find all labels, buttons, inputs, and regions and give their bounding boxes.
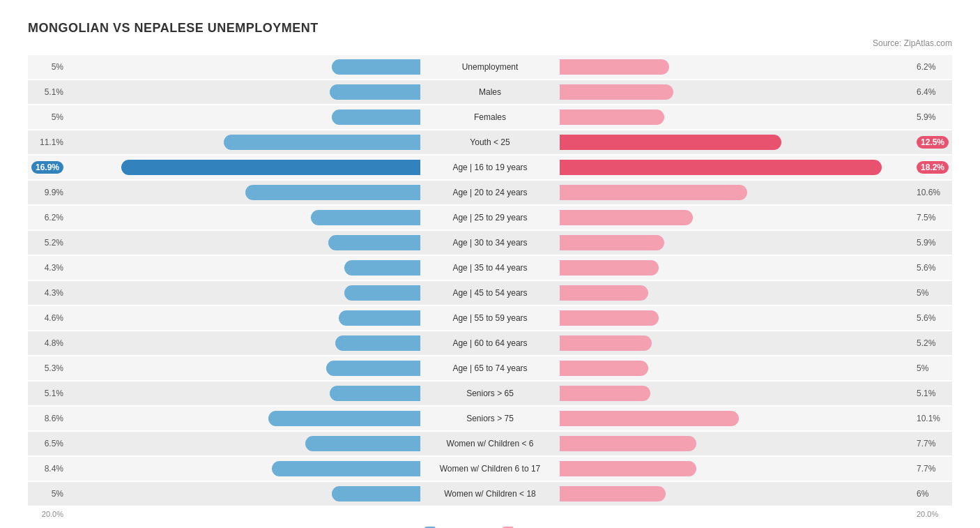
right-label: 6% [914, 489, 952, 499]
right-label: 5.9% [914, 238, 952, 248]
left-value: 6.5% [45, 439, 63, 448]
chart-row: 5.3% Age | 65 to 74 years 5% [28, 356, 952, 380]
right-value: 5.2% [917, 338, 935, 348]
left-bar [332, 110, 420, 125]
right-bar [560, 210, 693, 225]
left-label: 8.4% [28, 464, 66, 474]
right-value: 5.6% [917, 263, 935, 273]
right-label: 5.1% [914, 389, 952, 398]
right-bar-container [560, 185, 914, 200]
chart-row: 5.1% Seniors > 65 5.1% [28, 382, 952, 405]
left-label: 16.9% [28, 163, 66, 172]
left-value: 5% [52, 62, 63, 72]
right-label: 5% [914, 363, 952, 373]
chart-inner: 9.9% Age | 20 to 24 years 10.6% [28, 181, 952, 204]
right-bar [560, 59, 669, 75]
center-label: Age | 60 to 64 years [420, 338, 560, 348]
left-bar [344, 260, 420, 276]
right-bar [560, 110, 664, 125]
right-bar [560, 361, 648, 376]
left-label: 5.1% [28, 389, 66, 398]
chart-inner: 5.1% Seniors > 65 5.1% [28, 382, 952, 405]
chart-inner: 5% Women w/ Children < 18 6% [28, 482, 952, 506]
chart-inner: 5% Females 5.9% [28, 105, 952, 129]
center-label: Age | 35 to 44 years [420, 263, 560, 273]
center-label: Seniors > 75 [420, 414, 560, 423]
left-bar-container [66, 310, 420, 326]
right-label: 5.6% [914, 263, 952, 273]
left-bar [339, 310, 420, 326]
left-bar [332, 486, 420, 501]
left-label: 5.3% [28, 363, 66, 373]
right-bar [560, 235, 664, 250]
left-bar-container [66, 411, 420, 426]
chart-inner: 8.6% Seniors > 75 10.1% [28, 407, 952, 430]
chart-inner: 4.3% Age | 45 to 54 years 5% [28, 281, 952, 305]
left-bar-container [66, 335, 420, 351]
right-label: 7.7% [914, 439, 952, 448]
right-bar-container [560, 110, 914, 125]
center-label: Women w/ Children < 6 [420, 439, 560, 448]
left-value-highlight: 16.9% [31, 161, 63, 174]
left-label: 4.8% [28, 338, 66, 348]
center-label: Unemployment [420, 62, 560, 72]
right-label: 12.5% [914, 137, 952, 147]
right-bar [560, 461, 696, 476]
right-value: 5.6% [917, 313, 935, 323]
right-value-highlight: 12.5% [917, 136, 949, 149]
chart-row: 4.3% Age | 35 to 44 years 5.6% [28, 256, 952, 280]
left-bar-container [66, 160, 420, 175]
left-value: 8.6% [45, 414, 63, 423]
chart-inner: 16.9% Age | 16 to 19 years 18.2% [28, 156, 952, 179]
right-value: 10.1% [917, 414, 940, 423]
source-text: Source: ZipAtlas.com [28, 38, 952, 48]
axis-left: 20.0% [28, 510, 66, 518]
right-label: 5.6% [914, 313, 952, 323]
left-value: 4.6% [45, 313, 63, 323]
chart-inner: 6.5% Women w/ Children < 6 7.7% [28, 432, 952, 455]
right-bar [560, 160, 882, 175]
right-value: 5% [917, 363, 928, 373]
right-bar-container [560, 361, 914, 376]
right-bar [560, 411, 739, 426]
center-label: Seniors > 65 [420, 389, 560, 398]
left-bar-container [66, 135, 420, 150]
right-label: 10.6% [914, 188, 952, 197]
right-label: 5.9% [914, 112, 952, 122]
left-bar-container [66, 386, 420, 401]
left-bar-container [66, 486, 420, 501]
axis-row: 20.0% 20.0% [28, 507, 952, 521]
right-label: 18.2% [914, 163, 952, 172]
left-label: 8.6% [28, 414, 66, 423]
right-value: 5.1% [917, 389, 935, 398]
left-bar-container [66, 210, 420, 225]
chart-inner: 6.2% Age | 25 to 29 years 7.5% [28, 206, 952, 229]
center-label: Youth < 25 [420, 137, 560, 147]
center-label: Age | 55 to 59 years [420, 313, 560, 323]
chart-inner: 5% Unemployment 6.2% [28, 55, 952, 79]
right-value: 5.9% [917, 238, 935, 248]
left-bar [330, 84, 420, 100]
left-bar-container [66, 436, 420, 451]
left-value: 5.3% [45, 363, 63, 373]
chart-container: MONGOLIAN VS NEPALESE UNEMPLOYMENT Sourc… [14, 14, 966, 528]
right-label: 5% [914, 288, 952, 298]
chart-inner: 5.2% Age | 30 to 34 years 5.9% [28, 231, 952, 255]
chart-row: 11.1% Youth < 25 12.5% [28, 130, 952, 154]
left-value: 5% [52, 112, 63, 122]
chart-row: 5.2% Age | 30 to 34 years 5.9% [28, 231, 952, 255]
left-bar [335, 335, 420, 351]
left-label: 9.9% [28, 188, 66, 197]
left-value: 5% [52, 489, 63, 499]
right-label: 7.5% [914, 213, 952, 222]
chart-inner: 11.1% Youth < 25 12.5% [28, 130, 952, 154]
chart-row: 5% Females 5.9% [28, 105, 952, 129]
right-bar [560, 135, 781, 150]
chart-row: 6.5% Women w/ Children < 6 7.7% [28, 432, 952, 455]
left-bar [121, 160, 420, 175]
right-value-highlight: 18.2% [917, 161, 949, 174]
left-bar [268, 411, 420, 426]
right-bar-container [560, 135, 914, 150]
left-value: 5.2% [45, 238, 63, 248]
left-bar-container [66, 185, 420, 200]
